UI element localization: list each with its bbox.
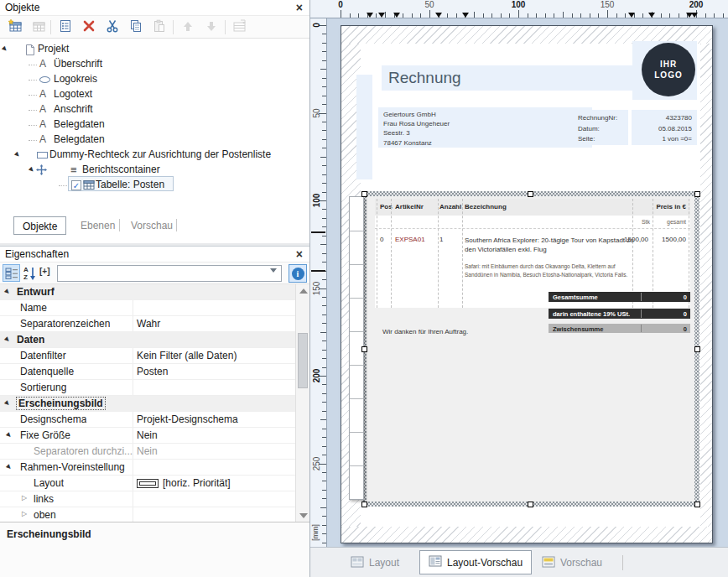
property-value[interactable]: Wahr: [137, 318, 160, 330]
property-row-designschema[interactable]: DesignschemaProjekt-Designschema: [0, 412, 295, 428]
property-row-separatoren-durchzi-[interactable]: Separatoren durchzi...Nein: [0, 444, 295, 460]
selection-handle[interactable]: [361, 346, 367, 352]
property-row-rahmen-voreinstellung[interactable]: ▶Rahmen-Voreinstellung: [0, 460, 295, 476]
tab-vorschau[interactable]: Vorschau: [122, 216, 181, 235]
selection-handle[interactable]: [528, 191, 533, 197]
property-grid-scrollbar[interactable]: [295, 284, 309, 522]
invoice-footer-text[interactable]: Wir danken für Ihren Auftrag.: [382, 328, 468, 335]
scroll-up-icon[interactable]: [299, 288, 308, 294]
property-row-links[interactable]: ▷links: [0, 491, 295, 507]
address-line: Frau Rosa Ungeheuer: [383, 119, 592, 128]
property-row-datenfilter[interactable]: DatenfilterKein Filter (alle Daten): [0, 348, 295, 364]
tree-connector: [29, 80, 37, 81]
tree-item-logokreis[interactable]: Logokreis: [0, 72, 309, 87]
property-row-sortierung[interactable]: Sortierung: [0, 380, 295, 396]
ruler-tick: [320, 157, 326, 158]
expander-closed-icon[interactable]: ▷: [22, 494, 27, 502]
property-row-name[interactable]: Name: [0, 300, 295, 316]
column-divider: [391, 199, 392, 308]
property-row-layout[interactable]: Layout[horiz. Priorität]: [0, 476, 295, 491]
tree-item-logotext[interactable]: ALogotext: [0, 87, 309, 102]
invoice-title-object[interactable]: Rechnung: [382, 65, 635, 91]
svg-text:A: A: [23, 266, 29, 273]
ruler-tick: [322, 209, 326, 210]
tree-checkbox[interactable]: ✓: [71, 180, 81, 190]
selection-handle[interactable]: [694, 502, 700, 507]
tree-expander-icon[interactable]: ▶: [13, 150, 24, 161]
group-expander-icon[interactable]: ▶: [3, 335, 11, 343]
invoice-meta-values[interactable]: 432378005.08.20151 von =0=: [632, 110, 697, 145]
total-bar-3[interactable]: Zwischensumme0: [549, 324, 690, 333]
group-expander-icon[interactable]: ▶: [3, 399, 11, 407]
property-value[interactable]: [horiz. Priorität]: [163, 477, 231, 489]
property-row-datenquelle[interactable]: DatenquellePosten: [0, 364, 295, 380]
tab-ebenen[interactable]: Ebenen: [72, 216, 123, 235]
expander-open-icon[interactable]: ▶: [5, 463, 13, 470]
ruler-tick: [322, 192, 326, 193]
selection-handle[interactable]: [361, 502, 367, 507]
invoice-meta-labels[interactable]: RechnungNr:Datum:Seite:: [568, 110, 628, 145]
tab-objekte[interactable]: Objekte: [13, 216, 66, 235]
property-value[interactable]: Projekt-Designschema: [137, 413, 238, 425]
property-row-oben[interactable]: ▷oben: [0, 507, 295, 522]
property-row-erscheinungsbild[interactable]: ▶Erscheinungsbild: [0, 396, 295, 412]
tree-item-label: Belegdaten: [54, 133, 105, 145]
property-row-fixe-größe[interactable]: ▶Fixe GrößeNein: [0, 428, 295, 444]
selection-handle[interactable]: [694, 346, 700, 352]
invoice-page[interactable]: Rechnung IHR LOGO Geiertours GmbHFrau Ro…: [341, 25, 713, 543]
new-object-button[interactable]: [5, 18, 25, 36]
tree-item-überschrift[interactable]: AÜberschrift: [0, 57, 309, 72]
property-row-daten[interactable]: ▶Daten: [0, 332, 295, 348]
properties-button[interactable]: [55, 18, 75, 36]
layout-canvas[interactable]: Rechnung IHR LOGO Geiertours GmbHFrau Ro…: [327, 18, 728, 547]
tree-item-belegdaten[interactable]: ABelegdaten: [0, 117, 309, 133]
view-tab-layout[interactable]: Layout: [342, 553, 408, 573]
info-button[interactable]: i: [289, 264, 307, 283]
tree-connector: [29, 95, 37, 96]
group-expander-icon[interactable]: ▶: [3, 288, 11, 295]
property-row-entwurf[interactable]: ▶Entwurf: [0, 284, 295, 300]
expander-closed-icon[interactable]: ▷: [22, 510, 27, 517]
property-filter-combobox[interactable]: [57, 265, 282, 282]
ruler-tick: [322, 183, 326, 184]
tree-item-projekt[interactable]: ▶Projekt: [0, 42, 309, 57]
property-value[interactable]: Nein: [137, 445, 158, 457]
view-tab-layout-vorschau[interactable]: Layout-Vorschau: [419, 550, 532, 574]
property-row-separatorenzeichen[interactable]: SeparatorenzeichenWahr: [0, 316, 295, 332]
address-object[interactable]: Geiertours GmbHFrau Rosa UngeheuerSeestr…: [378, 107, 592, 148]
chevron-down-icon[interactable]: [270, 268, 277, 273]
selection-handle[interactable]: [361, 191, 367, 197]
logo-circle-object[interactable]: IHR LOGO: [642, 43, 695, 96]
property-value[interactable]: Posten: [137, 366, 168, 377]
column-header: ArtikelNr: [395, 203, 424, 211]
ruler-extent-marker: [311, 270, 325, 272]
tree-item-dummy-rechteck-zur-ausrichtung-der-postenliste[interactable]: ▶Dummy-Rechteck zur Ausrichtung der Post…: [0, 148, 309, 163]
selection-handle[interactable]: [528, 502, 533, 507]
tree-item-anschrift[interactable]: AAnschrift: [0, 102, 309, 117]
scroll-down-icon[interactable]: [299, 513, 308, 518]
tree-item-belegdaten[interactable]: ABelegdaten: [0, 133, 309, 148]
invoice-accent-strip[interactable]: [356, 75, 372, 179]
categorized-view-button[interactable]: [3, 264, 20, 282]
property-value[interactable]: Kein Filter (alle Daten): [137, 350, 237, 361]
tree-item-tabelle-posten[interactable]: ✓Tabelle: Posten: [0, 178, 309, 193]
total-bar-1[interactable]: Gesamtsumme0: [549, 292, 690, 302]
ruler-label: 0: [338, 0, 343, 9]
copy-button[interactable]: [126, 18, 146, 36]
cut-button[interactable]: [102, 18, 122, 36]
sort-alphabetical-button[interactable]: A Z: [22, 264, 38, 282]
delete-button[interactable]: [79, 18, 99, 36]
property-value[interactable]: Nein: [137, 429, 158, 441]
total-bar-2[interactable]: darin enthaltene 19% USt.0: [549, 309, 690, 319]
selection-handle[interactable]: [694, 191, 700, 197]
view-tab-vorschau[interactable]: Vorschau: [533, 553, 611, 573]
ruler-tick: [661, 13, 662, 18]
ruler-label: 50: [424, 0, 434, 9]
close-icon[interactable]: ×: [296, 247, 303, 263]
ruler-tick: [679, 13, 679, 18]
close-icon[interactable]: ×: [296, 0, 303, 16]
scrollbar-thumb[interactable]: [298, 333, 308, 388]
tree-expander-icon[interactable]: ▶: [1, 44, 12, 55]
expander-open-icon[interactable]: ▶: [5, 431, 13, 439]
expand-all-button[interactable]: [+]: [39, 267, 50, 276]
